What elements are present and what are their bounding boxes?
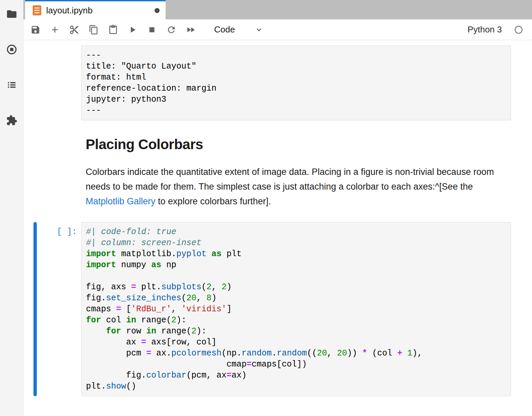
extensions-button[interactable] bbox=[6, 114, 18, 126]
notebook-toolbar: Code Python 3 bbox=[23, 19, 532, 40]
interrupt-kernel-button[interactable] bbox=[145, 22, 159, 37]
paragraph-text-before: Colorbars indicate the quantitative exte… bbox=[86, 167, 494, 192]
markdown-cell[interactable]: Placing Colorbars Colorbars indicate the… bbox=[33, 136, 511, 209]
restart-run-all-button[interactable] bbox=[183, 22, 198, 37]
clipboard-icon bbox=[108, 25, 118, 35]
raw-cell[interactable]: ---title: "Quarto Layout"format: htmlref… bbox=[33, 45, 511, 120]
chevron-down-icon bbox=[254, 25, 264, 34]
selected-cell-collapser[interactable] bbox=[33, 222, 37, 396]
kernel-name[interactable]: Python 3 bbox=[467, 24, 502, 35]
file-browser-button[interactable] bbox=[6, 8, 18, 20]
fast-forward-icon bbox=[186, 25, 196, 35]
raw-cell-prompt bbox=[37, 45, 81, 120]
cell-collapser[interactable] bbox=[33, 136, 37, 209]
markdown-cell-prompt bbox=[37, 136, 81, 209]
paragraph-text-after: to explore colorbars further]. bbox=[156, 196, 271, 206]
raw-cell-editor[interactable]: ---title: "Quarto Layout"format: htmlref… bbox=[81, 45, 511, 120]
save-icon bbox=[30, 25, 40, 35]
code-cell[interactable]: [ ]: #| code-fold: true#| column: screen… bbox=[33, 222, 511, 396]
refresh-icon bbox=[166, 25, 176, 35]
markdown-paragraph: Colorbars indicate the quantitative exte… bbox=[86, 165, 507, 209]
stop-icon bbox=[147, 25, 157, 35]
cut-cells-button[interactable] bbox=[67, 22, 82, 37]
list-icon bbox=[6, 79, 17, 91]
left-activity-bar bbox=[0, 0, 23, 416]
run-cell-button[interactable] bbox=[125, 22, 140, 37]
cell-collapser[interactable] bbox=[33, 45, 37, 120]
tab-title: layout.ipynb bbox=[46, 5, 93, 16]
stop-circle-icon bbox=[6, 44, 17, 55]
input-prompt: [ ]: bbox=[37, 222, 81, 396]
matplotlib-gallery-link[interactable]: Matplotlib Gallery bbox=[86, 196, 156, 206]
markdown-heading: Placing Colorbars bbox=[86, 136, 507, 152]
insert-cell-button[interactable] bbox=[48, 22, 62, 37]
notebook-file-icon bbox=[32, 5, 41, 15]
kernel-status-icon[interactable] bbox=[514, 25, 523, 34]
scissors-icon bbox=[69, 25, 79, 35]
jupyterlab-window: layout.ipynb bbox=[0, 0, 532, 416]
plus-icon bbox=[50, 25, 60, 35]
restart-kernel-button[interactable] bbox=[164, 22, 179, 37]
dock-tab-bar: layout.ipynb bbox=[23, 0, 532, 19]
code-cell-editor[interactable]: #| code-fold: true#| column: screen-inse… bbox=[81, 222, 511, 396]
puzzle-icon bbox=[6, 115, 17, 126]
cell-type-value: Code bbox=[214, 24, 235, 35]
notebook-panel: ---title: "Quarto Layout"format: htmlref… bbox=[23, 40, 532, 416]
unsaved-changes-dot[interactable] bbox=[155, 8, 160, 13]
cell-type-dropdown[interactable]: Code bbox=[214, 24, 264, 35]
running-sessions-button[interactable] bbox=[6, 43, 18, 56]
table-of-contents-button[interactable] bbox=[6, 79, 18, 91]
copy-icon bbox=[89, 25, 99, 35]
main-area: layout.ipynb bbox=[23, 0, 532, 416]
save-button[interactable] bbox=[28, 22, 43, 37]
tab-layout-ipynb[interactable]: layout.ipynb bbox=[25, 0, 166, 19]
play-icon bbox=[127, 25, 138, 35]
markdown-rendered-body: Placing Colorbars Colorbars indicate the… bbox=[81, 136, 511, 209]
paste-cells-button[interactable] bbox=[106, 22, 120, 37]
folder-icon bbox=[6, 8, 17, 20]
copy-cells-button[interactable] bbox=[86, 22, 101, 37]
